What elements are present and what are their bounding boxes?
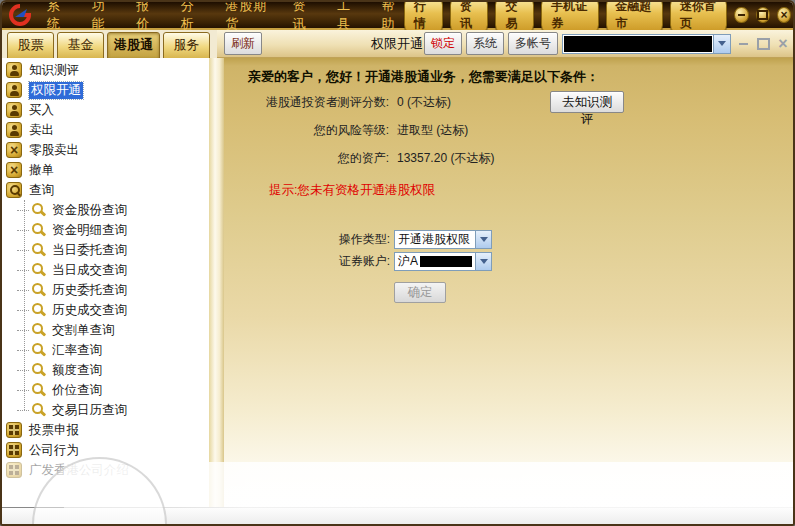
condition-value: 进取型 (达标): [397, 122, 468, 139]
sidebar-item-label: 资金明细查询: [52, 222, 127, 239]
condition-value: 0 (不达标): [397, 94, 451, 111]
operation-type-value: 开通港股权限: [395, 231, 475, 248]
account-dropdown[interactable]: [562, 34, 731, 54]
chevron-down-icon[interactable]: [475, 231, 491, 248]
condition-row: 您的风险等级: 进取型 (达标): [224, 116, 795, 144]
search-icon: [32, 303, 46, 317]
go-knowledge-test-button[interactable]: 去知识测评: [550, 91, 624, 113]
securities-account-label: 证券账户:: [224, 253, 390, 270]
sidebar-item[interactable]: 零股卖出: [2, 140, 209, 160]
sidebar-item[interactable]: 权限开通: [2, 80, 209, 100]
operation-type-label: 操作类型:: [224, 231, 390, 248]
sidebar-item-label: 汇率查询: [52, 342, 102, 359]
pane-restore-button[interactable]: [755, 37, 771, 51]
condition-label: 您的风险等级:: [224, 122, 389, 139]
sidebar-item[interactable]: 投票申报: [2, 420, 209, 440]
condition-row: 港股通投资者测评分数: 0 (不达标): [224, 88, 795, 116]
sidebar-item[interactable]: 交易日历查询: [2, 400, 209, 420]
pane-minimize-button[interactable]: [735, 37, 751, 51]
sidebar-item[interactable]: 额度查询: [2, 360, 209, 380]
menubar: 系统功能报价分析港股期货资讯工具帮助 行情资讯交易手机证券金融超市迷你首页: [2, 2, 795, 30]
sidebar-item-label: 历史成交查询: [52, 302, 127, 319]
tab-bar: 股票基金港股通服务: [2, 30, 217, 58]
close-button[interactable]: [777, 7, 791, 23]
confirm-button[interactable]: 确定: [394, 282, 446, 303]
overlay-artifact: [64, 462, 795, 508]
condition-label: 您的资产:: [224, 150, 389, 167]
sidebar-item-label: 撤单: [29, 162, 54, 179]
condition-label: 港股通投资者测评分数:: [224, 94, 389, 111]
restore-button[interactable]: [756, 7, 770, 23]
menubar-item[interactable]: 报价: [136, 0, 159, 33]
operation-type-select[interactable]: 开通港股权限: [394, 230, 492, 249]
conditions-list: 港股通投资者测评分数: 0 (不达标) 您的风险等级: 进取型 (达标) 您的资…: [224, 88, 795, 172]
securities-account-select[interactable]: 沪A: [394, 252, 492, 271]
sidebar-item-label: 零股卖出: [29, 142, 79, 159]
chevron-down-icon[interactable]: [713, 35, 730, 53]
person-icon: [6, 82, 22, 98]
multi-account-button[interactable]: 多帐号: [508, 32, 558, 55]
search-icon: [32, 243, 46, 257]
search-icon: [32, 203, 46, 217]
cross-icon: [6, 162, 22, 178]
main-content: 亲爱的客户，您好！开通港股通业务，您需要满足以下条件： 港股通投资者测评分数: …: [224, 58, 795, 507]
search-badge-icon: [6, 182, 22, 198]
minimize-button[interactable]: [734, 7, 748, 23]
tab[interactable]: 服务: [163, 32, 210, 59]
sidebar-item-label: 交易日历查询: [52, 402, 127, 419]
sidebar-item-label: 查询: [29, 182, 54, 199]
sidebar-item[interactable]: 历史委托查询: [2, 280, 209, 300]
sidebar-item[interactable]: 当日委托查询: [2, 240, 209, 260]
menubar-item[interactable]: 港股期货: [225, 0, 270, 33]
pane-close-button[interactable]: [775, 37, 791, 51]
person-icon: [6, 102, 22, 118]
app-logo: [7, 4, 33, 26]
cross-icon: [6, 142, 22, 158]
sidebar-item-label: 权限开通: [29, 82, 83, 99]
refresh-button[interactable]: 刷新: [224, 32, 262, 55]
sidebar-item[interactable]: 买入: [2, 100, 209, 120]
sidebar-item[interactable]: 资金明细查询: [2, 220, 209, 240]
sidebar-item[interactable]: 历史成交查询: [2, 300, 209, 320]
menubar-item[interactable]: 系统: [47, 0, 70, 33]
sidebar-item[interactable]: 交割单查询: [2, 320, 209, 340]
masked-account-value: [564, 36, 712, 52]
search-icon: [32, 343, 46, 357]
menubar-item[interactable]: 分析: [181, 0, 204, 33]
sidebar-item-label: 历史委托查询: [52, 282, 127, 299]
sidebar-item-label: 当日委托查询: [52, 242, 127, 259]
securities-account-value: 沪A: [395, 253, 475, 270]
sidebar-item-label: 交割单查询: [52, 322, 115, 339]
sidebar: 知识测评 权限开通 买入 卖出 零股卖出 撤单: [2, 58, 209, 507]
sidebar-item[interactable]: 查询: [2, 180, 209, 200]
content-titlebar: 刷新 权限开通 锁定 系统 多帐号: [217, 30, 795, 58]
sidebar-item-label: 资金股份查询: [52, 202, 127, 219]
menubar-item[interactable]: 资讯: [292, 0, 315, 33]
person-icon: [6, 122, 22, 138]
warning-tip: 提示:您未有资格开通港股权限: [269, 182, 435, 199]
sidebar-item-label: 价位查询: [52, 382, 102, 399]
menu-items: 系统功能报价分析港股期货资讯工具帮助: [47, 0, 404, 33]
sidebar-item[interactable]: 价位查询: [2, 380, 209, 400]
sidebar-item[interactable]: 知识测评: [2, 60, 209, 80]
sidebar-item-label: 知识测评: [29, 62, 79, 79]
sidebar-item-label: 买入: [29, 102, 54, 119]
sidebar-item[interactable]: 资金股份查询: [2, 200, 209, 220]
sidebar-item[interactable]: 汇率查询: [2, 340, 209, 360]
tab[interactable]: 股票: [7, 32, 54, 59]
chevron-down-icon[interactable]: [475, 253, 491, 270]
sidebar-item-label: 卖出: [29, 122, 54, 139]
menubar-item[interactable]: 功能: [92, 0, 115, 33]
condition-value: 13357.20 (不达标): [397, 150, 494, 167]
sidebar-item[interactable]: 撤单: [2, 160, 209, 180]
tab[interactable]: 港股通: [107, 32, 160, 59]
menubar-item[interactable]: 工具: [337, 0, 360, 33]
sidebar-item-label: 当日成交查询: [52, 262, 127, 279]
condition-row: 您的资产: 13357.20 (不达标): [224, 144, 795, 172]
menubar-item[interactable]: 帮助: [382, 0, 405, 33]
sidebar-item[interactable]: 卖出: [2, 120, 209, 140]
grid-icon: [6, 422, 22, 438]
sidebar-item[interactable]: 当日成交查询: [2, 260, 209, 280]
tab[interactable]: 基金: [57, 32, 104, 59]
sidebar-item-label: 额度查询: [52, 362, 102, 379]
